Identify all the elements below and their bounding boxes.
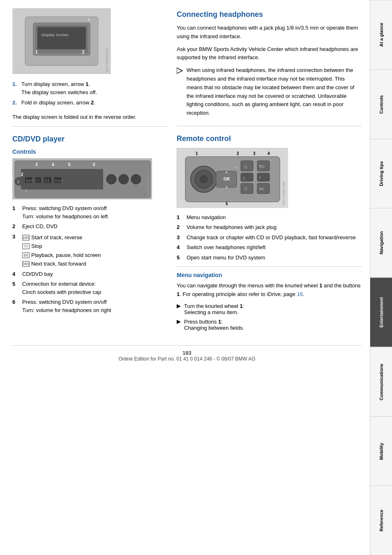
control-5-text: Connection for external device: Cinch so… xyxy=(22,280,168,296)
remote-4-text: Switch over headphones right/left xyxy=(187,243,362,252)
sidebar-tab-controls[interactable]: Controls xyxy=(370,69,392,139)
control-1-text: Press: switching DVD system on/off Turn:… xyxy=(22,204,168,220)
menu-nav-steps: Turn the knurled wheel 1: Selecting a me… xyxy=(177,303,362,331)
remote-3-num: 3 xyxy=(177,234,183,242)
remote-1-text: Menu navigation xyxy=(187,213,362,222)
note-text: When using infrared headphones, the infr… xyxy=(187,66,362,118)
page-wrapper: Display Screen 1 2 4 WBC30681-OSA 1. Tur… xyxy=(0,0,392,555)
menu-nav-step-1-text: Turn the knurled wheel 1: Selecting a me… xyxy=(184,303,244,315)
remote-4: 4 Switch over headphones right/left xyxy=(177,243,362,252)
right-sidebar: At a glance Controls Driving tips Naviga… xyxy=(370,0,392,555)
svg-point-27 xyxy=(131,174,141,184)
step-2-text: Fold in display screen, arrow 2. xyxy=(21,99,168,107)
rev-label: Start of track, reverse xyxy=(31,234,82,242)
sidebar-tab-at-a-glance[interactable]: At a glance xyxy=(370,0,392,69)
control-2: 2 Eject CD, DVD xyxy=(12,222,168,231)
image-watermark: WBC30681-OSA xyxy=(105,47,109,72)
svg-text:3: 3 xyxy=(253,151,256,156)
remote-2-num: 2 xyxy=(177,223,183,231)
control-3-fwd: ▷▷| Next track, fast forward xyxy=(22,260,168,268)
page-number: 193 xyxy=(12,350,362,356)
control-4-text: CD/DVD bay xyxy=(22,270,168,278)
headphones-heading: Connecting headphones xyxy=(177,10,362,19)
cdvd-heading: CD/DVD player xyxy=(12,135,168,143)
control-4: 4 CD/DVD bay xyxy=(12,270,168,278)
svg-text:3: 3 xyxy=(35,162,38,167)
sidebar-tab-reference[interactable]: Reference xyxy=(370,486,392,555)
control-2-num: 2 xyxy=(12,222,19,231)
menu-nav-step-2: Press buttons 1: Changing between fields… xyxy=(177,319,362,331)
svg-text:1: 1 xyxy=(35,49,38,54)
control-3-num: 3 xyxy=(12,233,19,241)
device-image: Display Screen 1 2 4 WBC30681-OSA xyxy=(12,8,111,74)
menu-nav-heading: Menu navigation xyxy=(177,272,362,278)
controls-numbered-list: 1 Press: switching DVD system on/off Tur… xyxy=(12,204,168,314)
control-6: 6 Press: switching DVD system on/off Tur… xyxy=(12,298,168,314)
svg-text:Display Screen: Display Screen xyxy=(42,32,69,37)
sidebar-tab-communications[interactable]: Communications xyxy=(370,347,392,416)
svg-text:4: 4 xyxy=(52,162,54,167)
rev-icon: |◁◁ xyxy=(22,235,30,240)
control-2-text: Eject CD, DVD xyxy=(22,222,168,231)
svg-point-26 xyxy=(119,174,129,184)
svg-text:OK: OK xyxy=(224,176,231,181)
menu-nav-step-2-triangle xyxy=(177,319,181,326)
control-1-num: 1 xyxy=(12,204,19,213)
svg-text:+: + xyxy=(235,164,238,170)
control-panel-image: 3 4 5 6 2 |◁◁ □ ▷| xyxy=(12,158,152,199)
sidebar-tab-entertainment[interactable]: Entertainment xyxy=(370,278,392,347)
step-2-num: 2. xyxy=(12,99,19,107)
sidebar-tab-driving-tips[interactable]: Driving tips xyxy=(370,139,392,208)
headphones-p2: Ask your BMW Sports Activity Vehicle Cen… xyxy=(177,45,362,62)
step-note: The display screen is folded out in the … xyxy=(12,113,168,122)
svg-marker-59 xyxy=(177,304,181,308)
svg-text:1: 1 xyxy=(25,189,27,192)
remote-watermark: WBC29081-0SA xyxy=(282,181,286,206)
remote-5-num: 5 xyxy=(177,254,183,262)
svg-marker-31 xyxy=(177,68,182,74)
svg-text:5: 5 xyxy=(226,201,228,206)
svg-text:□: □ xyxy=(37,178,39,183)
control-3-stop: □ Stop xyxy=(22,242,168,250)
control-6-num: 6 xyxy=(12,298,19,306)
right-column: Connecting headphones You can connect he… xyxy=(177,8,362,337)
headphones-section: Connecting headphones You can connect he… xyxy=(177,10,362,118)
remote-2: 2 Volume for headphones with jack plug xyxy=(177,223,362,231)
control-1: 1 Press: switching DVD system on/off Tur… xyxy=(12,204,168,220)
svg-text:RC: RC xyxy=(259,164,265,169)
svg-point-25 xyxy=(106,174,116,184)
play-icon: ▷| xyxy=(22,252,30,258)
svg-text:1: 1 xyxy=(196,151,198,156)
remote-4-num: 4 xyxy=(177,243,183,252)
svg-text:▷▷|: ▷▷| xyxy=(55,178,62,183)
step-list: 1. Turn display screen, arrow 1. The dis… xyxy=(12,80,168,107)
step-1-text: Turn display screen, arrow 1. The displa… xyxy=(21,80,168,96)
remote-1-num: 1 xyxy=(177,213,183,222)
remote-numbered-list: 1 Menu navigation 2 Volume for headphone… xyxy=(177,213,362,262)
svg-text:1: 1 xyxy=(17,180,19,184)
copyright-text: Online Edition for Part no. 01 41 0 014 … xyxy=(12,356,362,362)
stop-label: Stop xyxy=(31,242,42,250)
control-3: 3 |◁◁ Start of track, reverse □ Stop xyxy=(12,233,168,268)
menu-nav-section: Menu navigation You can navigate through… xyxy=(177,272,362,331)
menu-nav-step-2-text: Press buttons 1: Changing between fields… xyxy=(184,319,244,331)
step-1: 1. Turn display screen, arrow 1. The dis… xyxy=(12,80,168,96)
remote-1: 1 Menu navigation xyxy=(177,213,362,222)
remote-heading: Remote control xyxy=(177,134,362,143)
stop-icon: □ xyxy=(22,243,30,249)
control-3-text: |◁◁ Start of track, reverse □ Stop ▷| Pl… xyxy=(22,233,168,268)
control-3-rev: |◁◁ Start of track, reverse xyxy=(22,234,168,242)
svg-text:RC: RC xyxy=(259,187,265,191)
svg-text:I: I xyxy=(259,176,261,180)
controls-subheading: Controls xyxy=(12,148,168,155)
idrive-link[interactable]: 16 xyxy=(297,291,303,297)
play-label: Playback, pause, hold screen xyxy=(31,251,101,259)
fwd-icon: ▷▷| xyxy=(22,261,30,267)
svg-text:4: 4 xyxy=(88,18,90,22)
step-1-num: 1. xyxy=(12,80,19,96)
svg-text:4: 4 xyxy=(267,151,270,156)
sidebar-tab-navigation[interactable]: Navigation xyxy=(370,208,392,278)
sidebar-tab-mobility[interactable]: Mobility xyxy=(370,416,392,486)
two-col-layout: Display Screen 1 2 4 WBC30681-OSA 1. Tur… xyxy=(12,8,362,337)
svg-text:▲: ▲ xyxy=(225,170,228,174)
